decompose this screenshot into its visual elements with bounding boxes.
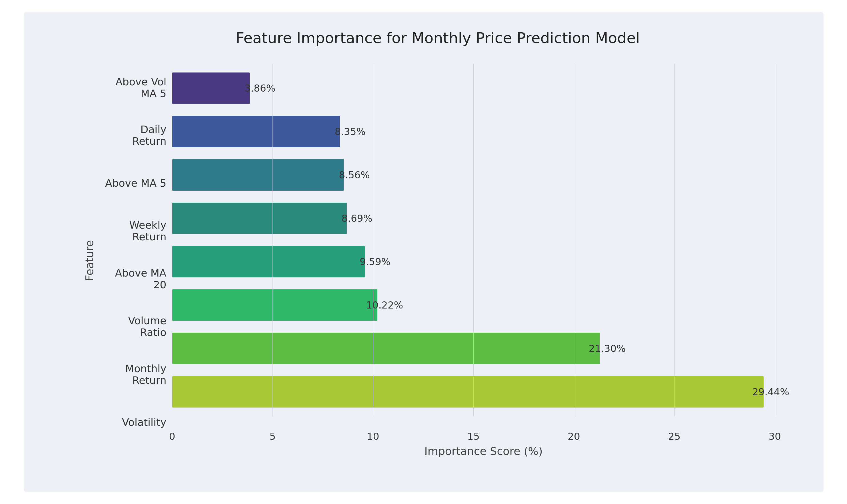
bar: 29.44%	[172, 376, 764, 408]
y-axis-labels: Above Vol MA 5Daily ReturnAbove MA 5Week…	[104, 64, 172, 457]
bar-row: 8.56%	[172, 155, 795, 195]
bar-row: 8.69%	[172, 198, 795, 238]
y-label: Above Vol MA 5	[104, 68, 167, 108]
y-label: Monthly Return	[104, 355, 167, 394]
bar-row: 29.44%	[172, 372, 795, 412]
bar-value-label: 8.35%	[335, 126, 366, 137]
bars-container: 3.86%8.35%8.56%8.69%9.59%10.22%21.30%29.…	[172, 64, 795, 416]
bar-value-label: 9.59%	[360, 256, 391, 267]
bar-value-label: 3.86%	[244, 83, 275, 94]
x-axis-title: Importance Score (%)	[172, 445, 795, 457]
x-tick-label: 10	[367, 431, 379, 442]
chart-container: Feature Importance for Monthly Price Pre…	[24, 12, 824, 492]
x-tick-label: 20	[568, 431, 580, 442]
y-label: Daily Return	[104, 115, 167, 155]
bar-row: 10.22%	[172, 285, 795, 325]
y-label: Volume Ratio	[104, 307, 167, 346]
x-tick-label: 0	[169, 431, 175, 442]
x-tick-label: 15	[467, 431, 480, 442]
y-axis-label: Feature	[81, 64, 98, 457]
y-label: Above MA 20	[104, 259, 167, 299]
bar: 9.59%	[172, 246, 365, 277]
bar: 8.56%	[172, 159, 344, 191]
bar: 10.22%	[172, 289, 378, 321]
bar-value-label: 8.69%	[342, 213, 373, 224]
grid-line	[273, 64, 273, 416]
bar-row: 9.59%	[172, 242, 795, 282]
plot-area: 3.86%8.35%8.56%8.69%9.59%10.22%21.30%29.…	[172, 64, 795, 457]
y-label: Weekly Return	[104, 211, 167, 251]
chart-title: Feature Importance for Monthly Price Pre…	[81, 30, 795, 47]
grid-line	[674, 64, 675, 416]
x-tick-label: 25	[668, 431, 680, 442]
x-tick-label: 5	[270, 431, 276, 442]
bar-row: 3.86%	[172, 68, 795, 108]
bar: 8.69%	[172, 203, 347, 234]
bar-row: 21.30%	[172, 328, 795, 368]
grid-and-bars: 3.86%8.35%8.56%8.69%9.59%10.22%21.30%29.…	[172, 64, 795, 428]
bar: 21.30%	[172, 333, 600, 364]
bar-value-label: 10.22%	[366, 299, 403, 311]
y-label: Volatility	[104, 402, 167, 442]
bar-value-label: 29.44%	[752, 386, 789, 398]
x-tick-label: 30	[769, 431, 781, 442]
bar-value-label: 21.30%	[589, 343, 626, 354]
bar: 3.86%	[172, 72, 250, 104]
bar: 8.35%	[172, 116, 340, 147]
bar-value-label: 8.56%	[339, 169, 370, 181]
bar-row: 8.35%	[172, 112, 795, 151]
y-label: Above MA 5	[104, 163, 167, 203]
grid-line	[473, 64, 474, 416]
grid-line	[775, 64, 775, 416]
x-axis: 051015202530	[172, 428, 795, 442]
